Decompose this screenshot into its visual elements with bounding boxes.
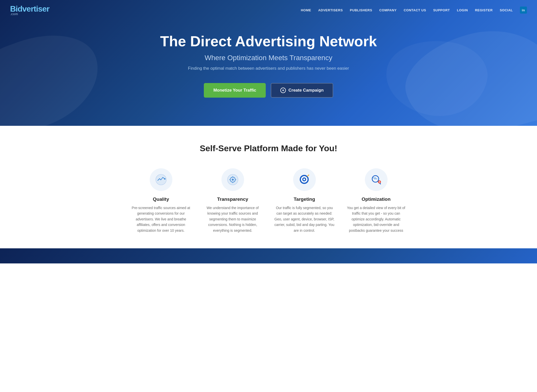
nav-link-register[interactable]: REGISTER <box>475 8 492 12</box>
feature-name-quality: Quality <box>153 197 169 202</box>
feature-name-optimization: Optimization <box>362 197 391 202</box>
hero-subtitle: Where Optimization Meets Transparency <box>160 54 377 62</box>
footer-strip <box>0 248 537 263</box>
hero-content: The Direct Advertising Network Where Opt… <box>160 33 377 98</box>
nav-link-advertisers[interactable]: ADVERTISERS <box>318 8 343 12</box>
optimization-icon <box>365 168 388 191</box>
nav-link-contact-us[interactable]: CONTACT US <box>404 8 426 12</box>
nav-link-support[interactable]: SUPPORT <box>433 8 450 12</box>
create-campaign-button[interactable]: + Create Campaign <box>271 83 333 98</box>
feature-name-transparency: Transparency <box>217 197 248 202</box>
svg-point-4 <box>232 179 234 181</box>
hero-title: The Direct Advertising Network <box>160 33 377 49</box>
feature-desc-targeting: Our traffic is fully segmented, so you c… <box>274 205 335 233</box>
feature-card-transparency: TransparencyWe understand the importance… <box>202 168 263 233</box>
feature-card-quality: QualityPre-screened traffic sources aime… <box>130 168 192 233</box>
svg-point-12 <box>303 179 305 180</box>
features-section: Self-Serve Platform Made for You! Qualit… <box>0 126 537 248</box>
nav-link-home[interactable]: HOME <box>301 8 311 12</box>
plus-circle-icon: + <box>280 88 286 93</box>
monetize-traffic-button[interactable]: Monetize Your Traffic <box>204 83 266 98</box>
nav-link-publishers[interactable]: PUBLISHERS <box>350 8 372 12</box>
feature-card-optimization: OptimizationYou get a detailed view of e… <box>345 168 407 233</box>
create-campaign-label: Create Campaign <box>288 88 324 93</box>
nav-links: HOMEADVERTISERSPUBLISHERSCOMPANYCONTACT … <box>301 7 527 14</box>
svg-point-1 <box>164 178 166 180</box>
linkedin-icon[interactable]: in <box>520 7 527 14</box>
feature-desc-optimization: You get a detailed view of every bit of … <box>345 205 407 233</box>
hero-wave-decoration <box>0 19 112 126</box>
features-grid: QualityPre-screened traffic sources aime… <box>130 168 407 233</box>
features-title: Self-Serve Platform Made for You! <box>10 143 527 153</box>
nav-link-company[interactable]: COMPANY <box>379 8 397 12</box>
hero-buttons: Monetize Your Traffic + Create Campaign <box>160 83 377 98</box>
nav-link-login[interactable]: LOGIN <box>457 8 468 12</box>
feature-desc-transparency: We understand the importance of knowing … <box>202 205 263 233</box>
navigation: Bidvertiser .com HOMEADVERTISERSPUBLISHE… <box>0 0 537 20</box>
logo-text: Bidvertiser <box>10 5 49 13</box>
targeting-icon <box>293 168 316 191</box>
feature-card-targeting: TargetingOur traffic is fully segmented,… <box>274 168 335 233</box>
feature-name-targeting: Targeting <box>294 197 315 202</box>
transparency-icon <box>221 168 244 191</box>
quality-icon <box>150 168 172 191</box>
nav-link-social[interactable]: SOCIAL <box>500 8 513 12</box>
hero-description: Finding the optimal match between advert… <box>160 66 377 71</box>
logo[interactable]: Bidvertiser .com <box>10 5 49 16</box>
logo-domain: .com <box>10 12 49 16</box>
feature-desc-quality: Pre-screened traffic sources aimed at ge… <box>130 205 192 233</box>
